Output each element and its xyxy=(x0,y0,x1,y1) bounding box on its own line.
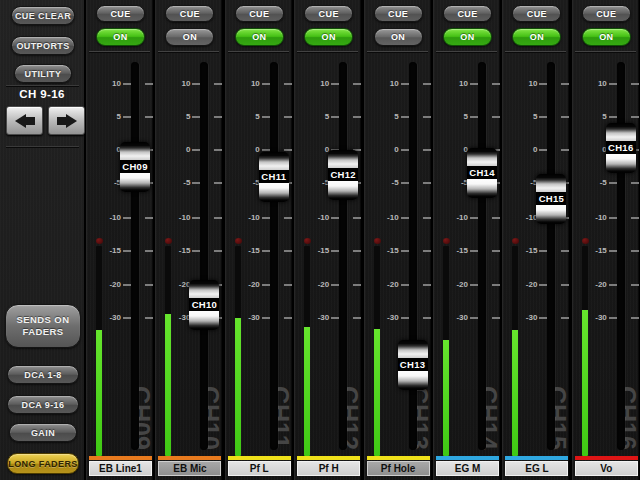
scale-tick-mark xyxy=(401,83,409,85)
cue-clear-button[interactable]: CUE CLEAR xyxy=(11,6,75,25)
scale-tick-mark xyxy=(470,317,478,319)
fader-cap[interactable]: CH15 xyxy=(536,174,566,224)
scale-tick-mark xyxy=(631,284,639,286)
fader-track[interactable] xyxy=(547,62,555,450)
gain-button[interactable]: GAIN xyxy=(9,423,77,442)
scale-tick-mark xyxy=(145,83,153,85)
scale-tick-label: 10 xyxy=(444,79,468,88)
on-button[interactable]: ON xyxy=(374,28,423,46)
fader-cap[interactable]: CH12 xyxy=(328,150,358,200)
scale-tick-label: 10 xyxy=(236,79,260,88)
scale-tick-mark xyxy=(423,182,431,184)
bank-next-button[interactable] xyxy=(48,106,85,135)
meter-track xyxy=(165,246,171,456)
on-button[interactable]: ON xyxy=(582,28,631,46)
on-button[interactable]: ON xyxy=(165,28,214,46)
clip-led-icon xyxy=(235,238,242,244)
scale-tick-label: -10 xyxy=(166,213,190,222)
scale-tick-label: 5 xyxy=(305,112,329,121)
scale-tick-label: -20 xyxy=(305,280,329,289)
fader-cap-label: CH12 xyxy=(328,168,358,181)
scale-tick-mark xyxy=(561,317,569,319)
fader-track[interactable] xyxy=(270,62,278,450)
scale-tick-label: 0 xyxy=(583,145,607,154)
scale-tick-mark xyxy=(401,317,409,319)
cue-button[interactable]: CUE xyxy=(512,5,561,22)
cue-button[interactable]: CUE xyxy=(443,5,492,22)
scale-tick-mark xyxy=(631,182,639,184)
outports-button[interactable]: OUTPORTS xyxy=(11,36,75,55)
scale-tick-label: -5 xyxy=(97,178,121,187)
channel-strip-ch13: CUE ON CH13 CH13 Pf Hole 1050-5-10-15-20… xyxy=(364,0,431,480)
channel-name[interactable]: Vo xyxy=(575,461,638,476)
sends-on-faders-button[interactable]: SENDS ON FADERS xyxy=(5,304,81,348)
fader-cap[interactable]: CH09 xyxy=(120,142,150,192)
scale-tick-mark xyxy=(609,317,617,319)
scale-tick-mark xyxy=(284,317,292,319)
long-faders-button[interactable]: LONG FADERS xyxy=(7,453,79,474)
scale-tick-mark xyxy=(262,250,270,252)
fader-track[interactable] xyxy=(617,62,625,450)
fader-track[interactable] xyxy=(478,62,486,450)
fader-track[interactable] xyxy=(200,62,208,450)
fader-track[interactable] xyxy=(409,62,417,450)
bank-previous-button[interactable] xyxy=(6,106,43,135)
on-button[interactable]: ON xyxy=(304,28,353,46)
scale-tick-mark xyxy=(353,317,361,319)
cue-button[interactable]: CUE xyxy=(165,5,214,22)
scale-tick-label: 5 xyxy=(375,112,399,121)
meter-fill xyxy=(165,314,171,456)
fader-cap[interactable]: CH11 xyxy=(259,152,289,202)
scale-tick-mark xyxy=(423,149,431,151)
channel-name[interactable]: Pf H xyxy=(297,461,360,476)
on-button[interactable]: ON xyxy=(512,28,561,46)
channel-bank-label: CH 9-16 xyxy=(0,88,84,100)
scale-tick-mark xyxy=(423,116,431,118)
cue-button[interactable]: CUE xyxy=(235,5,284,22)
channel-name[interactable]: EG L xyxy=(505,461,568,476)
scale-tick-label: -20 xyxy=(444,280,468,289)
scale-tick-label: 5 xyxy=(166,112,190,121)
channel-name[interactable]: EB Mic xyxy=(158,461,221,476)
dca-1-8-button[interactable]: DCA 1-8 xyxy=(7,365,79,384)
fader-cap[interactable]: CH13 xyxy=(398,340,428,390)
scale-tick-mark xyxy=(331,317,339,319)
scale-tick-mark xyxy=(561,284,569,286)
scale-tick-mark xyxy=(262,217,270,219)
on-button[interactable]: ON xyxy=(443,28,492,46)
cue-button[interactable]: CUE xyxy=(96,5,145,22)
cue-button[interactable]: CUE xyxy=(582,5,631,22)
meter-fill xyxy=(235,318,241,456)
fader-cap[interactable]: CH14 xyxy=(467,148,497,198)
scale-tick-label: -30 xyxy=(444,313,468,322)
scale-tick-mark xyxy=(492,83,500,85)
scale-tick-mark xyxy=(423,217,431,219)
fader-cap[interactable]: CH10 xyxy=(189,280,219,330)
fader-track[interactable] xyxy=(131,62,139,450)
scale-tick-mark xyxy=(609,284,617,286)
on-button[interactable]: ON xyxy=(96,28,145,46)
scale-tick-label: -20 xyxy=(97,280,121,289)
scale-tick-mark xyxy=(123,250,131,252)
utility-button[interactable]: UTILITY xyxy=(14,64,72,83)
channel-name[interactable]: Pf L xyxy=(228,461,291,476)
channel-color-bar xyxy=(505,456,568,460)
channel-name[interactable]: Pf Hole xyxy=(367,461,430,476)
fader-track[interactable] xyxy=(339,62,347,450)
channel-name[interactable]: EG M xyxy=(436,461,499,476)
channel-name[interactable]: EB Line1 xyxy=(89,461,152,476)
scale-tick-mark xyxy=(401,182,409,184)
clip-led-icon xyxy=(582,238,589,244)
on-button[interactable]: ON xyxy=(235,28,284,46)
scale-tick-mark xyxy=(284,149,292,151)
strip-divider xyxy=(505,51,566,52)
dca-9-16-button[interactable]: DCA 9-16 xyxy=(7,395,79,414)
scale-tick-mark xyxy=(284,250,292,252)
scale-tick-mark xyxy=(492,317,500,319)
scale-tick-mark xyxy=(423,317,431,319)
cue-button[interactable]: CUE xyxy=(304,5,353,22)
scale-tick-label: -15 xyxy=(583,246,607,255)
scale-tick-mark xyxy=(401,217,409,219)
fader-cap[interactable]: CH16 xyxy=(606,123,636,173)
cue-button[interactable]: CUE xyxy=(374,5,423,22)
